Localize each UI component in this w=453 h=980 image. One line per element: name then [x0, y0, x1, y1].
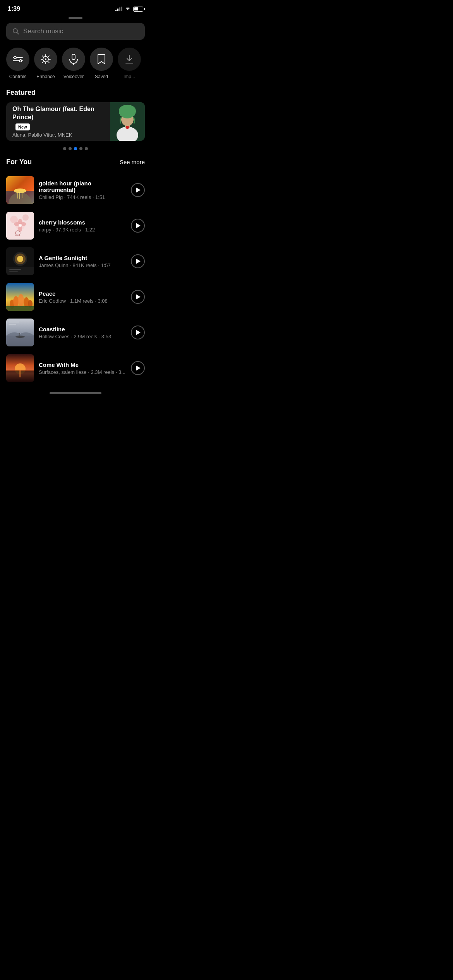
filter-import[interactable]: Imp...	[118, 48, 141, 79]
music-meta-3: Eric Godlow · 1.1M reels · 3:08	[39, 298, 126, 304]
music-meta-0: Chilled Pig · 744K reels · 1:51	[39, 194, 126, 200]
filter-voiceover[interactable]: Voiceover	[62, 48, 85, 79]
music-title-3: Peace	[39, 290, 126, 297]
status-bar: 1:39	[0, 0, 151, 15]
filter-controls-label: Controls	[9, 74, 27, 79]
featured-image	[110, 102, 145, 141]
svg-point-26	[126, 126, 129, 129]
svg-point-42	[19, 224, 22, 227]
play-button-4[interactable]	[131, 326, 145, 339]
home-indicator	[0, 389, 151, 396]
music-meta-5: Surfaces, salem ilese · 2.3M reels · 3..…	[39, 369, 126, 375]
svg-point-54	[18, 294, 24, 307]
dot-2	[69, 147, 72, 150]
album-art-5	[6, 354, 34, 382]
play-icon-0	[136, 187, 141, 193]
play-icon-3	[136, 294, 141, 300]
play-button-5[interactable]	[131, 361, 145, 375]
music-meta-4: Hollow Coves · 2.9M reels · 3:53	[39, 334, 126, 339]
svg-rect-32	[19, 192, 20, 199]
wifi-icon	[125, 6, 131, 12]
featured-song-title: Oh The Glamour (feat. Eden Prince)	[12, 105, 104, 122]
svg-line-16	[42, 62, 43, 63]
svg-rect-17	[72, 54, 75, 60]
music-title-2: A Gentle Sunlight	[39, 255, 126, 261]
filter-enhance[interactable]: Enhance	[34, 48, 57, 79]
svg-point-36	[22, 214, 29, 221]
music-info-4: Coastline Hollow Coves · 2.9M reels · 3:…	[39, 326, 126, 339]
album-art-0	[6, 176, 34, 204]
music-info-3: Peace Eric Godlow · 1.1M reels · 3:08	[39, 290, 126, 304]
play-icon-5	[136, 365, 141, 371]
play-icon-1	[136, 223, 141, 228]
play-button-3[interactable]	[131, 290, 145, 304]
music-item-2[interactable]: A Gentle Sunlight James Quinn · 841K ree…	[0, 243, 151, 279]
music-title-0: golden hour (piano instrumental)	[39, 180, 126, 193]
for-you-header: For You See more	[0, 158, 151, 172]
dot-4	[79, 147, 82, 150]
handle-bar	[0, 15, 151, 23]
svg-line-14	[48, 62, 49, 63]
music-item-5[interactable]: Come With Me Surfaces, salem ilese · 2.3…	[0, 350, 151, 386]
signal-icon	[115, 7, 122, 11]
music-info-5: Come With Me Surfaces, salem ilese · 2.3…	[39, 362, 126, 375]
featured-text: Oh The Glamour (feat. Eden Prince) New A…	[6, 102, 110, 141]
music-info-0: golden hour (piano instrumental) Chilled…	[39, 180, 126, 200]
svg-rect-48	[6, 267, 34, 275]
svg-point-47	[15, 254, 26, 264]
for-you-title: For You	[6, 158, 32, 166]
svg-rect-50	[9, 271, 18, 272]
music-meta-2: James Quinn · 841K reels · 1:57	[39, 262, 126, 268]
play-button-2[interactable]	[131, 254, 145, 268]
filter-row: Controls Enhance	[0, 48, 151, 89]
album-art-2	[6, 247, 34, 275]
search-container: Search music	[0, 23, 151, 48]
filter-import-label: Imp...	[124, 74, 135, 79]
music-meta-1: narpy · 97.9K reels · 1:22	[39, 227, 126, 233]
album-art-3	[6, 283, 34, 311]
music-title-4: Coastline	[39, 326, 126, 332]
play-button-1[interactable]	[131, 219, 145, 233]
music-title-5: Come With Me	[39, 362, 126, 368]
featured-title-label: Featured	[0, 89, 151, 102]
see-more-button[interactable]: See more	[120, 159, 145, 165]
music-item-1[interactable]: cherry blossoms narpy · 97.9K reels · 1:…	[0, 208, 151, 243]
album-art-1	[6, 212, 34, 240]
new-badge: New	[15, 123, 30, 130]
svg-point-8	[45, 58, 46, 60]
music-info-2: A Gentle Sunlight James Quinn · 841K ree…	[39, 255, 126, 268]
music-item-4[interactable]: Coastline Hollow Coves · 2.9M reels · 3:…	[0, 315, 151, 350]
play-icon-2	[136, 259, 141, 264]
filter-voiceover-label: Voiceover	[63, 74, 84, 79]
filter-controls[interactable]: Controls	[6, 48, 29, 79]
dot-1	[63, 147, 66, 150]
music-info-1: cherry blossoms narpy · 97.9K reels · 1:…	[39, 219, 126, 233]
dot-3-active	[74, 147, 77, 150]
svg-point-2	[19, 60, 22, 62]
svg-line-15	[48, 56, 49, 57]
play-icon-4	[136, 330, 141, 335]
featured-song-subtitle: Aluna, Pabllo Vittar, MNEK	[12, 132, 104, 138]
svg-rect-57	[6, 306, 34, 311]
album-art-4	[6, 319, 34, 346]
svg-rect-68	[6, 370, 34, 371]
play-button-0[interactable]	[131, 183, 145, 197]
status-icons	[115, 6, 143, 12]
svg-rect-67	[19, 370, 21, 377]
svg-rect-62	[9, 322, 19, 322]
search-icon	[12, 28, 19, 35]
svg-point-53	[13, 296, 19, 307]
status-time: 1:39	[8, 5, 20, 12]
featured-card[interactable]: Oh The Glamour (feat. Eden Prince) New A…	[6, 102, 145, 141]
svg-rect-49	[9, 269, 21, 270]
search-placeholder: Search music	[23, 27, 63, 35]
svg-line-13	[42, 56, 43, 57]
search-bar[interactable]: Search music	[6, 23, 145, 40]
featured-dots	[0, 147, 151, 158]
music-item-3[interactable]: Peace Eric Godlow · 1.1M reels · 3:08	[0, 279, 151, 315]
filter-saved-label: Saved	[95, 74, 108, 79]
svg-rect-63	[9, 324, 16, 325]
filter-saved[interactable]: Saved	[90, 48, 113, 79]
music-item-0[interactable]: golden hour (piano instrumental) Chilled…	[0, 172, 151, 208]
svg-point-1	[14, 57, 16, 59]
